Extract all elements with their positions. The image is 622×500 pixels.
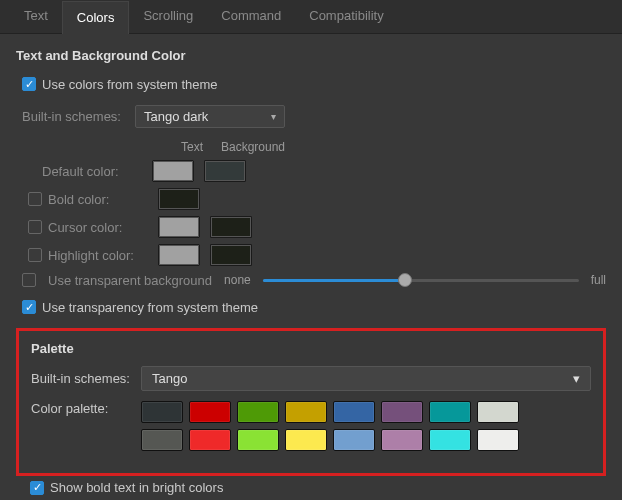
tab-text[interactable]: Text — [10, 0, 62, 33]
label-highlight-color: Highlight color: — [48, 248, 158, 263]
palette-color-0-3[interactable] — [285, 401, 327, 423]
swatch-bold-text[interactable] — [158, 188, 200, 210]
palette-color-0-1[interactable] — [189, 401, 231, 423]
label-default-color: Default color: — [42, 164, 152, 179]
palette-color-1-7[interactable] — [477, 429, 519, 451]
tab-command[interactable]: Command — [207, 0, 295, 33]
label-transparent-bg: Use transparent background — [48, 273, 212, 288]
palette-color-1-6[interactable] — [429, 429, 471, 451]
checkbox-transparency-system[interactable] — [22, 300, 36, 314]
section-title-colors: Text and Background Color — [16, 48, 606, 63]
dropdown-scheme-value: Tango dark — [144, 109, 208, 124]
chevron-down-icon: ▾ — [573, 371, 580, 386]
label-palette-schemes: Built-in schemes: — [31, 371, 141, 386]
header-text: Text — [166, 140, 218, 154]
tab-compat[interactable]: Compatibility — [295, 0, 397, 33]
tabs: Text Colors Scrolling Command Compatibil… — [0, 0, 622, 34]
slider-label-none: none — [224, 273, 251, 287]
palette-color-0-0[interactable] — [141, 401, 183, 423]
palette-color-0-5[interactable] — [381, 401, 423, 423]
chevron-down-icon: ▾ — [271, 111, 276, 122]
palette-color-1-0[interactable] — [141, 429, 183, 451]
swatch-default-text[interactable] — [152, 160, 194, 182]
palette-color-1-1[interactable] — [189, 429, 231, 451]
checkbox-bold-color[interactable] — [28, 192, 42, 206]
section-title-palette: Palette — [31, 341, 591, 356]
palette-color-0-4[interactable] — [333, 401, 375, 423]
palette-color-1-4[interactable] — [333, 429, 375, 451]
tab-scrolling[interactable]: Scrolling — [129, 0, 207, 33]
dropdown-palette-scheme-value: Tango — [152, 371, 187, 386]
tab-colors[interactable]: Colors — [62, 1, 130, 34]
label-bold-bright: Show bold text in bright colors — [50, 480, 223, 495]
label-use-system-colors: Use colors from system theme — [42, 77, 218, 92]
slider-label-full: full — [591, 273, 606, 287]
checkbox-transparent-bg[interactable] — [22, 273, 36, 287]
dropdown-palette-scheme[interactable]: Tango ▾ — [141, 366, 591, 391]
swatch-highlight-bg[interactable] — [210, 244, 252, 266]
label-builtin-schemes: Built-in schemes: — [22, 109, 121, 124]
checkbox-highlight-color[interactable] — [28, 248, 42, 262]
color-headers: Text Background — [166, 140, 606, 154]
checkbox-use-system-colors[interactable] — [22, 77, 36, 91]
palette-color-0-2[interactable] — [237, 401, 279, 423]
palette-grid — [141, 401, 519, 451]
palette-color-0-7[interactable] — [477, 401, 519, 423]
label-bold-color: Bold color: — [48, 192, 158, 207]
label-color-palette: Color palette: — [31, 401, 141, 416]
checkbox-cursor-color[interactable] — [28, 220, 42, 234]
label-cursor-color: Cursor color: — [48, 220, 158, 235]
palette-section-highlight: Palette Built-in schemes: Tango ▾ Color … — [16, 328, 606, 476]
header-background: Background — [218, 140, 288, 154]
palette-color-1-5[interactable] — [381, 429, 423, 451]
palette-color-1-3[interactable] — [285, 429, 327, 451]
swatch-highlight-text[interactable] — [158, 244, 200, 266]
swatch-default-bg[interactable] — [204, 160, 246, 182]
palette-color-1-2[interactable] — [237, 429, 279, 451]
checkbox-bold-bright[interactable] — [30, 481, 44, 495]
label-transparency-system: Use transparency from system theme — [42, 300, 258, 315]
swatch-cursor-bg[interactable] — [210, 216, 252, 238]
palette-color-0-6[interactable] — [429, 401, 471, 423]
dropdown-scheme[interactable]: Tango dark ▾ — [135, 105, 285, 128]
swatch-cursor-text[interactable] — [158, 216, 200, 238]
transparency-slider[interactable] — [263, 272, 579, 288]
